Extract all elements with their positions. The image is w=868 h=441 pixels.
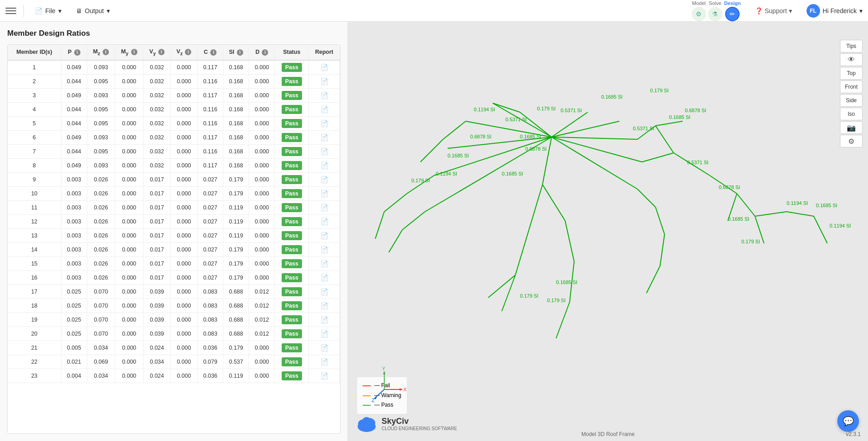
cell-my: 0.000 — [115, 285, 143, 299]
report-icon[interactable]: 📄 — [321, 134, 328, 141]
cell-report[interactable]: 📄 — [309, 355, 340, 369]
cell-id: 18 — [8, 299, 61, 313]
cell-report[interactable]: 📄 — [309, 341, 340, 355]
cell-vy: 0.017 — [143, 228, 170, 242]
report-icon[interactable]: 📄 — [321, 302, 328, 309]
report-icon[interactable]: 📄 — [321, 92, 328, 99]
cell-report[interactable]: 📄 — [309, 172, 340, 186]
output-menu[interactable]: 🖥 Output ▾ — [72, 5, 113, 16]
support-menu[interactable]: ❓ Support ▾ — [755, 7, 792, 14]
cell-report[interactable]: 📄 — [309, 102, 340, 116]
menu-button[interactable] — [5, 5, 16, 16]
cell-d: 0.000 — [249, 144, 275, 158]
version-text: v2.3.1 — [846, 431, 861, 437]
report-icon[interactable]: 📄 — [321, 260, 328, 267]
model-mode-button[interactable]: ⚙ — [692, 7, 706, 21]
side-view-button[interactable]: Side — [840, 94, 863, 107]
my-info-icon[interactable]: i — [131, 49, 137, 55]
cell-report[interactable]: 📄 — [309, 327, 340, 341]
cell-p: 0.044 — [61, 102, 87, 116]
design-mode-button[interactable]: ✏ — [725, 7, 740, 21]
report-icon[interactable]: 📄 — [321, 246, 328, 253]
tips-button[interactable]: Tips — [840, 40, 863, 52]
cell-report[interactable]: 📄 — [309, 242, 340, 256]
d-info-icon[interactable]: i — [262, 49, 268, 56]
file-menu[interactable]: 📄 File ▾ — [31, 5, 65, 16]
report-icon[interactable]: 📄 — [321, 232, 328, 239]
cell-status: Pass — [275, 102, 309, 116]
solve-mode-button[interactable]: ⚗ — [708, 7, 722, 21]
user-menu[interactable]: FL Hi Frederick ▾ — [807, 4, 863, 18]
report-icon[interactable]: 📄 — [321, 162, 328, 169]
cell-report[interactable]: 📄 — [309, 158, 340, 172]
report-icon[interactable]: 📄 — [321, 218, 328, 225]
report-icon[interactable]: 📄 — [321, 288, 328, 295]
status-badge: Pass — [282, 203, 302, 212]
report-icon[interactable]: 📄 — [321, 204, 328, 211]
cell-report[interactable]: 📄 — [309, 369, 340, 383]
cell-report[interactable]: 📄 — [309, 299, 340, 313]
cell-report[interactable]: 📄 — [309, 228, 340, 242]
p-info-icon[interactable]: i — [74, 49, 80, 56]
si-info-icon[interactable]: i — [237, 49, 243, 56]
chat-button[interactable]: 💬 — [837, 410, 859, 432]
cell-c: 0.083 — [197, 313, 223, 327]
cell-report[interactable]: 📄 — [309, 200, 340, 214]
cell-report[interactable]: 📄 — [309, 74, 340, 88]
table-row: 17 0.025 0.070 0.000 0.039 0.000 0.083 0… — [8, 285, 340, 299]
report-icon[interactable]: 📄 — [321, 316, 328, 323]
cell-report[interactable]: 📄 — [309, 116, 340, 130]
report-icon[interactable]: 📄 — [321, 176, 328, 183]
report-icon[interactable]: 📄 — [321, 344, 328, 351]
front-view-button[interactable]: Front — [840, 81, 863, 93]
report-icon[interactable]: 📄 — [321, 330, 328, 337]
cell-status: Pass — [275, 228, 309, 242]
vz-info-icon[interactable]: i — [185, 49, 191, 55]
report-icon[interactable]: 📄 — [321, 372, 328, 379]
report-icon[interactable]: 📄 — [321, 64, 328, 71]
report-icon[interactable]: 📄 — [321, 190, 328, 197]
cell-my: 0.000 — [115, 144, 143, 158]
logo-brand: SkyCiv — [382, 417, 457, 426]
settings-icon-button[interactable]: ⚙ — [840, 135, 863, 147]
table-row: 19 0.025 0.070 0.000 0.039 0.000 0.083 0… — [8, 313, 340, 327]
camera-icon-button[interactable]: 📷 — [840, 121, 863, 134]
report-icon[interactable]: 📄 — [321, 78, 328, 85]
cell-report[interactable]: 📄 — [309, 285, 340, 299]
mz-info-icon[interactable]: i — [103, 49, 109, 55]
cell-report[interactable]: 📄 — [309, 270, 340, 285]
cell-vz: 0.000 — [170, 299, 197, 313]
top-view-button[interactable]: Top — [840, 67, 863, 80]
iso-view-button[interactable]: Iso — [840, 108, 863, 120]
vy-info-icon[interactable]: i — [158, 49, 165, 55]
cell-report[interactable]: 📄 — [309, 186, 340, 200]
cell-p: 0.049 — [61, 158, 87, 172]
cell-d: 0.000 — [249, 256, 275, 270]
c-info-icon[interactable]: i — [210, 49, 217, 56]
col-status: Status — [275, 45, 309, 60]
cell-report[interactable]: 📄 — [309, 214, 340, 228]
design-ratios-table-wrapper[interactable]: Member ID(s) P i Mz i My i Vy i Vz i C i… — [7, 44, 340, 434]
canvas-area[interactable]: 0.179 SI 0.179 SI 0.1685 SI 0.5371 SI 0.… — [348, 22, 868, 441]
cell-p: 0.003 — [61, 256, 87, 270]
col-my: My i — [115, 45, 143, 60]
cell-report[interactable]: 📄 — [309, 88, 340, 102]
cell-report[interactable]: 📄 — [309, 130, 340, 144]
cell-si: 0.179 — [223, 341, 249, 355]
report-icon[interactable]: 📄 — [321, 358, 328, 365]
cell-status: Pass — [275, 88, 309, 102]
cell-report[interactable]: 📄 — [309, 256, 340, 270]
cell-my: 0.000 — [115, 102, 143, 116]
report-icon[interactable]: 📄 — [321, 148, 328, 155]
cell-report[interactable]: 📄 — [309, 313, 340, 327]
cell-p: 0.004 — [61, 369, 87, 383]
status-badge: Pass — [282, 77, 302, 86]
svg-text:0.1194 SI: 0.1194 SI — [436, 171, 457, 176]
cell-report[interactable]: 📄 — [309, 144, 340, 158]
eye-icon-button[interactable]: 👁 — [840, 53, 863, 66]
report-icon[interactable]: 📄 — [321, 106, 328, 113]
cell-report[interactable]: 📄 — [309, 60, 340, 75]
report-icon[interactable]: 📄 — [321, 274, 328, 281]
report-icon[interactable]: 📄 — [321, 120, 328, 127]
cell-my: 0.000 — [115, 313, 143, 327]
